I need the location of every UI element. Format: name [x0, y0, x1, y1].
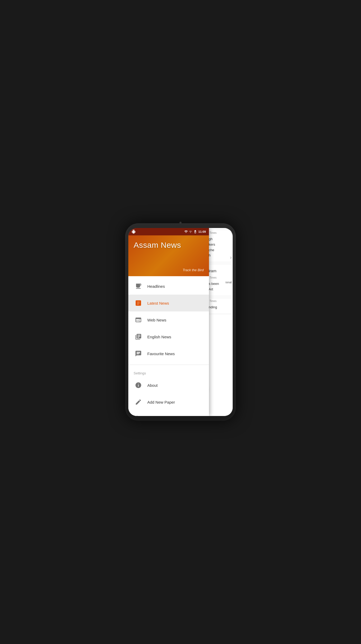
about-icon — [134, 380, 143, 390]
latest-news-label: Latest News — [147, 301, 169, 305]
nav-arrow-right: › — [230, 254, 232, 260]
wifi-icon — [184, 230, 188, 234]
web-news-icon — [134, 315, 143, 325]
status-time: 11:09 — [198, 230, 206, 233]
phone-device: m Times ghkerscheh iram m Times s beenAr… — [125, 223, 236, 421]
status-right: 11:09 — [184, 230, 206, 234]
menu-item-app-settings[interactable]: Application Settings — [128, 410, 209, 416]
menu-item-headlines[interactable]: Headlines — [128, 278, 209, 295]
web-news-label: Web News — [147, 318, 166, 322]
menu-item-english-news[interactable]: English News — [128, 328, 209, 345]
drawer-overlay: 11:09 Assam News Track the Bird — [128, 228, 209, 416]
settings-section: Settings About — [128, 366, 209, 416]
partial-label: ional — [226, 281, 232, 284]
camera — [179, 222, 182, 224]
english-news-icon — [134, 332, 143, 341]
menu-item-about[interactable]: About — [128, 377, 209, 394]
menu-item-web-news[interactable]: Web News — [128, 311, 209, 328]
favourite-news-label: Favourite News — [147, 351, 175, 356]
android-icon — [131, 230, 136, 234]
app-title: Assam News — [134, 241, 204, 250]
app-settings-icon — [134, 414, 143, 416]
battery-icon — [193, 230, 197, 234]
main-nav-section: Headlines Latest News — [128, 276, 209, 364]
svg-point-3 — [190, 232, 191, 233]
settings-section-label: Settings — [128, 368, 209, 377]
add-paper-label: Add New Paper — [147, 400, 175, 404]
headlines-label: Headlines — [147, 284, 165, 289]
signal-icon — [189, 230, 192, 234]
add-paper-icon — [134, 397, 143, 407]
app-subtitle: Track the Bird — [134, 268, 204, 272]
headlines-icon — [134, 281, 143, 291]
drawer-header: Assam News Track the Bird — [128, 235, 209, 276]
drawer-menu: Headlines Latest News — [128, 276, 209, 416]
phone-screen: m Times ghkerscheh iram m Times s beenAr… — [128, 228, 233, 416]
svg-rect-4 — [195, 231, 196, 233]
status-left — [131, 230, 136, 234]
menu-divider — [128, 365, 209, 365]
menu-item-favourite-news[interactable]: Favourite News — [128, 345, 209, 362]
about-label: About — [147, 383, 158, 388]
latest-news-icon — [134, 298, 143, 308]
status-bar: 11:09 — [128, 228, 209, 235]
english-news-label: English News — [147, 335, 171, 339]
menu-item-add-paper[interactable]: Add New Paper — [128, 394, 209, 410]
favourite-news-icon — [134, 349, 143, 358]
menu-item-latest-news[interactable]: Latest News — [128, 295, 209, 311]
